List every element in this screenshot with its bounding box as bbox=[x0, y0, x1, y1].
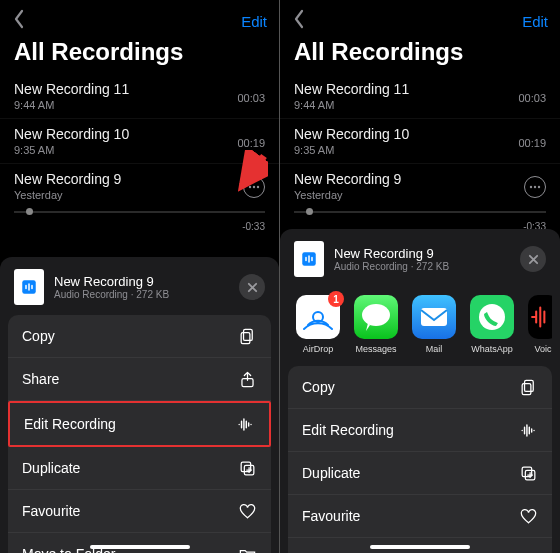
app-whatsapp[interactable]: WhatsApp bbox=[470, 295, 514, 354]
audio-file-icon bbox=[294, 241, 324, 277]
page-title: All Recordings bbox=[0, 34, 279, 74]
svg-point-11 bbox=[534, 186, 536, 188]
recording-title: New Recording 11 bbox=[294, 81, 546, 97]
app-label: Mail bbox=[426, 344, 443, 354]
close-sheet-button[interactable] bbox=[520, 246, 546, 272]
player-time-row: -0:33 bbox=[0, 215, 279, 236]
recording-duration: 00:03 bbox=[237, 92, 265, 104]
menu-move-to-folder[interactable]: Move to Folder bbox=[8, 533, 271, 553]
remaining-time: -0:33 bbox=[242, 221, 265, 232]
recording-title: New Recording 10 bbox=[294, 126, 546, 142]
app-label: Voic bbox=[534, 344, 551, 354]
menu-duplicate[interactable]: Duplicate bbox=[8, 447, 271, 490]
menu-copy[interactable]: Copy bbox=[288, 366, 552, 409]
recording-title: New Recording 9 bbox=[14, 171, 265, 187]
navbar: Edit bbox=[280, 0, 560, 34]
sheet-file-name: New Recording 9 bbox=[54, 274, 169, 289]
share-icon bbox=[237, 369, 257, 389]
home-indicator bbox=[90, 545, 190, 549]
app-label: AirDrop bbox=[303, 344, 334, 354]
sheet-header: New Recording 9 Audio Recording · 272 KB bbox=[288, 237, 552, 287]
menu-share[interactable]: Share bbox=[8, 358, 271, 401]
menu-edit-recording[interactable]: Edit Recording bbox=[8, 401, 271, 447]
svg-rect-5 bbox=[243, 329, 252, 340]
menu-edit-recording[interactable]: Edit Recording bbox=[288, 409, 552, 452]
recording-duration: 00:03 bbox=[518, 92, 546, 104]
close-sheet-button[interactable] bbox=[239, 274, 265, 300]
share-apps-row[interactable]: 1 AirDrop Messages Mail WhatsA bbox=[288, 287, 552, 366]
more-options-button[interactable] bbox=[524, 176, 546, 198]
app-messages[interactable]: Messages bbox=[354, 295, 398, 354]
menu-label: Copy bbox=[22, 328, 55, 344]
nav-edit-button[interactable]: Edit bbox=[241, 13, 267, 30]
more-options-button[interactable] bbox=[243, 176, 265, 198]
sheet-file-name: New Recording 9 bbox=[334, 246, 449, 261]
svg-point-0 bbox=[249, 186, 251, 188]
recording-title: New Recording 9 bbox=[294, 171, 546, 187]
navbar: Edit bbox=[0, 0, 279, 34]
menu-group-primary: Copy Edit Recording Duplicate Favourite … bbox=[288, 366, 552, 553]
app-label: Messages bbox=[355, 344, 396, 354]
screen-left: Edit All Recordings New Recording 11 9:4… bbox=[0, 0, 280, 553]
recording-time: 9:35 AM bbox=[294, 144, 546, 156]
back-chevron-icon[interactable] bbox=[12, 9, 26, 33]
recording-time: Yesterday bbox=[294, 189, 546, 201]
svg-point-10 bbox=[530, 186, 532, 188]
menu-label: Favourite bbox=[22, 503, 80, 519]
svg-point-2 bbox=[257, 186, 259, 188]
recordings-list: New Recording 11 9:44 AM 00:03 New Recor… bbox=[0, 74, 279, 208]
waveform-icon bbox=[518, 420, 538, 440]
recording-time: 9:35 AM bbox=[14, 144, 265, 156]
sheet-file-sub: Audio Recording · 272 KB bbox=[334, 261, 449, 272]
menu-favourite[interactable]: Favourite bbox=[288, 495, 552, 538]
recording-row[interactable]: New Recording 11 9:44 AM 00:03 bbox=[280, 74, 560, 119]
folder-icon bbox=[237, 544, 257, 553]
menu-label: Edit Recording bbox=[302, 422, 394, 438]
folder-icon bbox=[518, 549, 538, 553]
menu-label: Favourite bbox=[302, 508, 360, 524]
app-mail[interactable]: Mail bbox=[412, 295, 456, 354]
duplicate-icon bbox=[237, 458, 257, 478]
recording-title: New Recording 11 bbox=[14, 81, 265, 97]
app-voice-memos[interactable]: Voic bbox=[528, 295, 552, 354]
copy-icon bbox=[237, 326, 257, 346]
recording-title: New Recording 10 bbox=[14, 126, 265, 142]
svg-rect-6 bbox=[241, 332, 250, 343]
nav-edit-button[interactable]: Edit bbox=[522, 13, 548, 30]
scrubber-track[interactable] bbox=[14, 211, 265, 213]
back-chevron-icon[interactable] bbox=[292, 9, 306, 33]
recording-row-selected[interactable]: New Recording 9 Yesterday bbox=[280, 164, 560, 208]
menu-copy[interactable]: Copy bbox=[8, 315, 271, 358]
waveform-icon bbox=[235, 414, 255, 434]
menu-label: Duplicate bbox=[302, 465, 360, 481]
page-title: All Recordings bbox=[280, 34, 560, 74]
menu-favourite[interactable]: Favourite bbox=[8, 490, 271, 533]
recording-time: 9:44 AM bbox=[14, 99, 265, 111]
recording-time: 9:44 AM bbox=[294, 99, 546, 111]
svg-rect-18 bbox=[524, 380, 533, 391]
home-indicator bbox=[370, 545, 470, 549]
menu-label: Move to Folder bbox=[302, 551, 395, 553]
scrubber-track[interactable] bbox=[294, 211, 546, 213]
recording-row[interactable]: New Recording 10 9:35 AM 00:19 bbox=[0, 119, 279, 164]
recording-duration: 00:19 bbox=[237, 137, 265, 149]
svg-point-15 bbox=[362, 304, 390, 326]
airdrop-badge: 1 bbox=[328, 291, 344, 307]
screen-right: Edit All Recordings New Recording 11 9:4… bbox=[280, 0, 560, 553]
scrubber-thumb[interactable] bbox=[306, 208, 313, 215]
menu-group-primary: Copy Share Edit Recording Duplicate Favo… bbox=[8, 315, 271, 553]
svg-rect-19 bbox=[522, 383, 531, 394]
menu-label: Edit Recording bbox=[24, 416, 116, 432]
menu-duplicate[interactable]: Duplicate bbox=[288, 452, 552, 495]
sheet-file-sub: Audio Recording · 272 KB bbox=[54, 289, 169, 300]
share-sheet: New Recording 9 Audio Recording · 272 KB… bbox=[280, 229, 560, 553]
recording-row-selected[interactable]: New Recording 9 Yesterday bbox=[0, 164, 279, 208]
svg-point-12 bbox=[538, 186, 540, 188]
app-airdrop[interactable]: 1 AirDrop bbox=[296, 295, 340, 354]
recording-row[interactable]: New Recording 10 9:35 AM 00:19 bbox=[280, 119, 560, 164]
heart-icon bbox=[237, 501, 257, 521]
svg-rect-16 bbox=[421, 308, 447, 326]
scrubber-thumb[interactable] bbox=[26, 208, 33, 215]
recordings-list: New Recording 11 9:44 AM 00:03 New Recor… bbox=[280, 74, 560, 208]
recording-row[interactable]: New Recording 11 9:44 AM 00:03 bbox=[0, 74, 279, 119]
